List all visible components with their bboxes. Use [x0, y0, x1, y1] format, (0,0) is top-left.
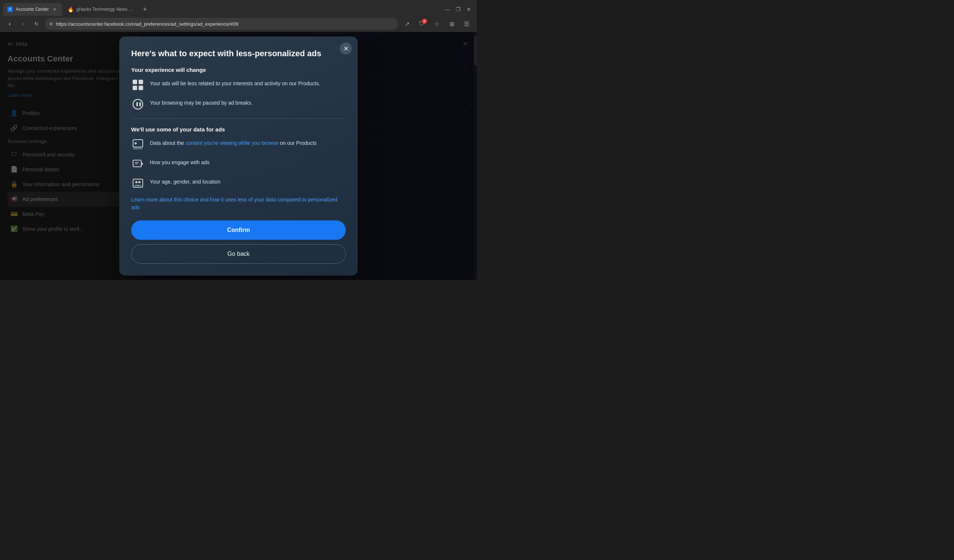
minimize-button[interactable]: — — [444, 6, 450, 12]
content-viewing-text: Data about the content you're viewing wh… — [150, 138, 317, 147]
svg-rect-2 — [132, 86, 137, 90]
modal-close-button[interactable]: ✕ — [340, 42, 352, 54]
modal-section-experience-title: Your experience will change — [131, 67, 346, 73]
modal-learn-more-link[interactable]: Learn more about this choice and how it … — [131, 196, 346, 212]
address-bar[interactable]: ⊕ https://accountscenter.facebook.com/ad… — [45, 18, 398, 30]
modal-title: Here's what to expect with less-personal… — [131, 48, 346, 59]
demographics-icon — [131, 176, 145, 190]
svg-point-8 — [134, 142, 137, 145]
svg-rect-7 — [133, 140, 143, 147]
maximize-button[interactable]: ❐ — [456, 6, 461, 12]
tab-close-accounts-center[interactable]: ✕ — [52, 6, 58, 12]
engage-ads-icon — [131, 157, 145, 171]
browsing-icon — [131, 98, 145, 111]
window-controls: — ❐ ✕ — [444, 6, 474, 12]
interests-icon — [131, 78, 145, 92]
browsing-text: Your browsing may be paused by ad breaks… — [150, 98, 253, 107]
svg-rect-1 — [139, 80, 143, 84]
nav-bar: ‹ › ↻ ⊕ https://accountscenter.facebook.… — [0, 16, 477, 32]
modal-divider-1 — [131, 118, 346, 119]
svg-rect-5 — [136, 102, 138, 106]
demographics-text: Your age, gender, and location — [150, 176, 220, 186]
confirm-button[interactable]: Confirm — [131, 221, 346, 240]
modal-section-data-title: We'll use some of your data for ads — [131, 126, 346, 132]
sidebar-toggle[interactable]: ⊞ — [446, 18, 458, 30]
extension-button[interactable]: 🛡 9 — [416, 18, 428, 30]
interests-text: Your ads will be less related to your in… — [150, 78, 320, 87]
refresh-button[interactable]: ↻ — [31, 19, 42, 29]
tab-label-ghacks: gHacks Technology News and Advi... — [76, 7, 134, 12]
menu-button[interactable]: ☰ — [461, 18, 472, 30]
page-bg: ∞ Meta Accounts Center Manage your conne… — [0, 32, 477, 280]
tab-favicon-ghacks: 🔥 — [68, 7, 73, 12]
tab-ghacks[interactable]: 🔥 gHacks Technology News and Advi... — [64, 3, 138, 16]
tab-bar: f Accounts Center ✕ 🔥 gHacks Technology … — [0, 0, 477, 16]
share-button[interactable]: ↗ — [401, 18, 413, 30]
content-viewing-link[interactable]: content you're viewing while you browse — [186, 140, 278, 146]
svg-point-16 — [138, 181, 140, 183]
svg-rect-0 — [132, 80, 137, 84]
svg-point-15 — [135, 181, 137, 183]
engage-ads-text: How you engage with ads — [150, 157, 209, 166]
modal-item-demographics: Your age, gender, and location — [131, 176, 346, 190]
bookmarks-button[interactable]: ☆ — [431, 18, 443, 30]
modal-item-engage-ads: How you engage with ads — [131, 157, 346, 171]
modal-overlay: ✕ Here's what to expect with less-person… — [0, 32, 477, 280]
svg-rect-6 — [139, 102, 141, 106]
tab-accounts-center[interactable]: f Accounts Center ✕ — [3, 3, 62, 16]
back-button[interactable]: ‹ — [5, 19, 15, 29]
tab-label-accounts-center: Accounts Center — [16, 7, 49, 12]
content-viewing-icon — [131, 138, 145, 151]
new-tab-button[interactable]: + — [140, 4, 150, 14]
window-close-button[interactable]: ✕ — [466, 6, 471, 12]
modal-item-content-viewing: Data about the content you're viewing wh… — [131, 138, 346, 151]
forward-button[interactable]: › — [18, 19, 28, 29]
browser-chrome: f Accounts Center ✕ 🔥 gHacks Technology … — [0, 0, 477, 32]
svg-rect-3 — [139, 86, 143, 90]
address-text: https://accountscenter.facebook.com/ad_p… — [56, 21, 394, 27]
go-back-button[interactable]: Go back — [131, 244, 346, 264]
tab-favicon-fb: f — [8, 7, 12, 12]
extension-badge: 9 — [422, 19, 427, 24]
modal-item-interests: Your ads will be less related to your in… — [131, 78, 346, 92]
modal: ✕ Here's what to expect with less-person… — [119, 36, 358, 275]
lock-icon: ⊕ — [49, 21, 53, 26]
modal-item-browsing: Your browsing may be paused by ad breaks… — [131, 98, 346, 111]
svg-rect-10 — [133, 148, 143, 149]
